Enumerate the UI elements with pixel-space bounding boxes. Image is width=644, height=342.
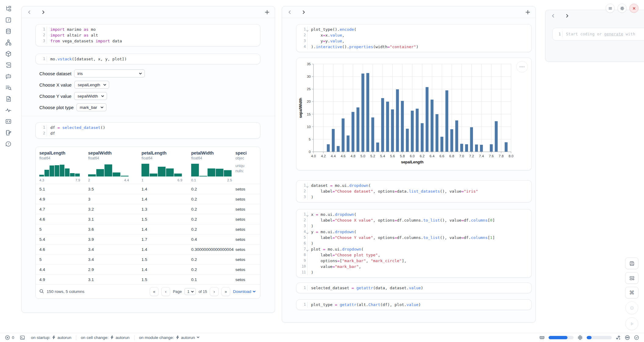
errors-icon[interactable]: [5, 335, 10, 340]
line-number: 2: [36, 130, 47, 136]
next-page-button[interactable]: ›: [210, 287, 219, 296]
chevron-left-icon[interactable]: [287, 9, 292, 15]
column-header[interactable]: sepalWidthfloat6424.4: [88, 151, 141, 182]
code-cell-selected-dataset[interactable]: 1selected_dataset = getattr(data, datase…: [296, 283, 532, 293]
page-select[interactable]: 1: [184, 288, 196, 295]
last-page-button[interactable]: »: [221, 287, 230, 296]
search-icon[interactable]: [39, 289, 44, 294]
column-header[interactable]: petalWidthfloat640.12.5: [191, 151, 235, 182]
table-row[interactable]: 4.42.91.40.2setos: [36, 264, 260, 274]
ai-sparkles-icon[interactable]: [616, 335, 621, 340]
terminal-icon[interactable]: [20, 335, 25, 340]
code-cell-plot-type[interactable]: 1plot_type = getattr(alt.Chart(df), plot…: [296, 299, 532, 310]
table-cell: 1.3: [141, 207, 191, 212]
logs-search-icon[interactable]: [4, 83, 13, 92]
svg-text:0: 0: [309, 150, 311, 154]
prev-page-button[interactable]: ‹: [161, 287, 170, 296]
table-row[interactable]: 5.43.91.70.4setos: [36, 234, 260, 244]
control-label: Choose Y value: [39, 94, 71, 99]
fold-chevron-icon[interactable]: [306, 28, 309, 30]
chevron-left-icon[interactable]: [550, 13, 556, 19]
package-icon[interactable]: [4, 49, 13, 58]
dependency-graph-icon[interactable]: [4, 38, 13, 47]
autorun-on-cell-change[interactable]: on cell change: autorun: [81, 335, 130, 340]
notebook-icon[interactable]: [4, 128, 13, 137]
download-link[interactable]: Download: [233, 289, 256, 294]
table-cell: 4.6: [39, 217, 88, 222]
save-button[interactable]: [625, 258, 639, 269]
database-icon[interactable]: [4, 27, 13, 35]
layout-button[interactable]: [625, 272, 639, 284]
fold-chevron-icon[interactable]: [306, 248, 309, 250]
run-button[interactable]: [625, 317, 638, 330]
svg-text:7.4: 7.4: [479, 154, 484, 158]
function-square-icon[interactable]: f: [4, 16, 13, 24]
tracing-icon[interactable]: [4, 106, 13, 114]
copilot-icon[interactable]: [625, 335, 630, 340]
table-row[interactable]: 4.63.11.50.2setos: [36, 214, 260, 224]
control-label: Choose dataset: [39, 71, 71, 76]
fold-chevron-icon[interactable]: [306, 184, 309, 187]
table-row[interactable]: 53.61.40.2setos: [36, 224, 260, 234]
svg-text:5.2: 5.2: [370, 154, 375, 158]
table-cell: setos: [235, 217, 257, 222]
bar-chart[interactable]: 051015202530354.04.24.44.64.85.05.25.45.…: [298, 60, 523, 168]
dropdown-select[interactable]: iris: [74, 69, 145, 77]
chevron-right-icon[interactable]: [301, 9, 306, 15]
column-header[interactable]: speciobjecuniqunulls:: [235, 151, 257, 182]
chevron-left-icon[interactable]: [27, 9, 32, 15]
stop-button[interactable]: [625, 301, 638, 314]
connection-status-icon[interactable]: [634, 335, 639, 340]
table-row[interactable]: 53.41.50.2setos: [36, 254, 260, 264]
add-cell-icon[interactable]: [525, 9, 531, 15]
table-row[interactable]: 4.93.11.50.1setos: [36, 274, 260, 284]
file-tree-icon[interactable]: [4, 4, 13, 13]
help-bubble-icon[interactable]: ?: [4, 140, 13, 148]
dropdown-select[interactable]: sepalLength: [74, 81, 109, 89]
code-cell-imports[interactable]: 1import marimo as mo2import altair as al…: [35, 24, 260, 46]
table-row[interactable]: 4.931.40.2setos: [36, 194, 260, 204]
line-number: 6: [296, 240, 307, 246]
table-row[interactable]: 5.13.51.40.2setos: [36, 184, 260, 194]
menu-button[interactable]: [606, 4, 615, 13]
table-cell: 5.1: [39, 187, 88, 191]
generate-link[interactable]: generate: [604, 32, 623, 36]
autorun-on-module-change[interactable]: on module change: autorun: [139, 335, 200, 340]
code-cell-xy-dropdowns[interactable]: 1x = mo.ui.dropdown(2 label="Choose X va…: [296, 209, 532, 278]
fold-chevron-icon[interactable]: [306, 230, 309, 233]
chart-actions-button[interactable]: [516, 61, 528, 73]
chevron-right-icon[interactable]: [564, 13, 570, 19]
column-header[interactable]: petalLengthfloat6416.9: [141, 151, 191, 182]
close-button[interactable]: [629, 4, 639, 13]
chevron-right-icon[interactable]: [41, 9, 46, 15]
column-header[interactable]: sepalLengthfloat644.37.9: [39, 151, 88, 182]
code-cell-vstack[interactable]: 1mo.vstack([dataset, x, y, plot]): [35, 54, 260, 64]
table-header: sepalLengthfloat644.37.9sepalWidthfloat6…: [36, 147, 260, 184]
table-row[interactable]: 4.73.21.30.2setos: [36, 204, 260, 214]
autorun-on-startup[interactable]: on startup: autorun: [31, 335, 72, 340]
column-histogram: [141, 162, 182, 176]
bolt-icon: [176, 335, 180, 340]
code-cell-dataset-dropdown[interactable]: 1dataset = mo.ui.dropdown(2 label="Choos…: [296, 180, 532, 202]
fold-chevron-icon[interactable]: [306, 213, 309, 216]
line-number: 3: [296, 38, 307, 44]
keyboard-shortcuts-button[interactable]: ⌘: [625, 287, 639, 298]
table-footer: 150 rows, 5 columns « ‹ Page 1 of 15 › »…: [36, 284, 260, 298]
first-page-button[interactable]: «: [150, 287, 159, 296]
page-label: Page: [173, 290, 182, 294]
code-cell-df[interactable]: 1df = selected_dataset()2df: [35, 122, 260, 139]
settings-gear-button[interactable]: [617, 4, 627, 13]
documentation-icon[interactable]: [4, 94, 13, 103]
code-cell-plot[interactable]: 1plot_type().encode(2 x=x.value,3 y=y.va…: [296, 24, 532, 52]
dropdown-select[interactable]: sepalWidth: [74, 92, 107, 100]
scratchpad-icon[interactable]: [4, 61, 13, 69]
add-cell-icon[interactable]: [264, 9, 270, 15]
dropdown-select[interactable]: mark_bar: [77, 103, 106, 111]
chat-bot-icon[interactable]: [4, 72, 13, 80]
table-row[interactable]: 4.63.41.40.30000000000000004setos: [36, 244, 260, 254]
empty-code-cell[interactable]: 1 Start coding or generate with: [552, 28, 644, 41]
line-number: 11: [296, 269, 307, 275]
x-axis-title: sepalLength: [401, 160, 424, 164]
snippets-icon[interactable]: [4, 117, 13, 126]
svg-text:5.4: 5.4: [380, 154, 385, 158]
